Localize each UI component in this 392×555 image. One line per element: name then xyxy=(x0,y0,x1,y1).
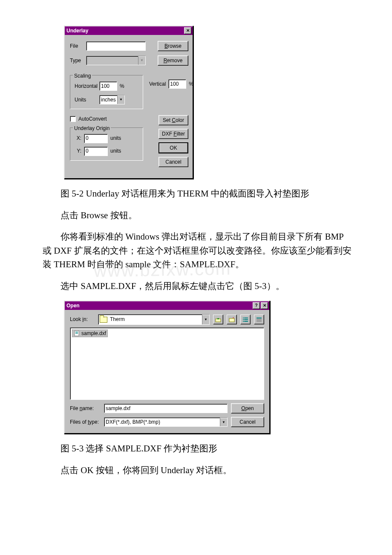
vertical-input[interactable]: 100 xyxy=(168,79,186,89)
svg-rect-9 xyxy=(257,318,262,318)
chevron-down-icon[interactable]: ▼ xyxy=(117,95,124,104)
origin-legend: Underlay Origin xyxy=(73,124,111,133)
instruction-click-browse: 点击 Browse 按钮。 xyxy=(43,208,354,223)
close-icon[interactable]: ✕ xyxy=(184,27,191,34)
type-label: Type xyxy=(70,57,83,65)
ok-button[interactable]: OK xyxy=(159,142,188,153)
dxf-filter-button[interactable]: DXF Filter xyxy=(159,129,188,139)
open-title: Open xyxy=(66,302,80,310)
open-titlebar: Open ? ✕ xyxy=(65,301,269,310)
open-dialog: Open ? ✕ Look in: Therm ▼ * xyxy=(64,301,270,434)
units-select[interactable]: inches ▼ xyxy=(99,95,125,104)
close-icon[interactable]: ✕ xyxy=(261,302,268,309)
remove-button[interactable]: Remove xyxy=(158,55,188,66)
browse-button[interactable]: Browse xyxy=(158,41,188,51)
underlay-dialog: Underlay ✕ File Browse Type ▼ xyxy=(64,26,193,179)
chevron-down-icon[interactable]: ▼ xyxy=(202,315,209,324)
file-type-select[interactable]: DXF(*.dxf), BMP(*.bmp) ▼ xyxy=(104,417,228,427)
svg-rect-12 xyxy=(257,321,262,321)
folder-icon xyxy=(100,317,107,323)
x-label: X: xyxy=(75,134,81,142)
cancel-button[interactable]: Cancel xyxy=(159,157,188,167)
new-folder-icon[interactable]: * xyxy=(227,315,237,324)
main-description: 你将看到标准的 Windows 弹出对话框，显示出了你目前目录下所有 BMP 或… xyxy=(43,230,354,272)
chevron-down-icon[interactable]: ▼ xyxy=(220,418,227,426)
svg-rect-13 xyxy=(257,321,262,322)
instruction-select-sample: 选中 SAMPLE.DXF，然后用鼠标左键点击它（图 5-3）。 xyxy=(43,279,354,293)
file-list-pane[interactable]: sample.dxf xyxy=(70,327,264,400)
svg-rect-7 xyxy=(243,321,244,322)
autoconvert-checkbox[interactable] xyxy=(70,116,76,122)
set-color-button[interactable]: Set Color xyxy=(159,115,188,125)
instruction-click-ok: 点击 OK 按钮，你将回到 Underlay 对话框。 xyxy=(43,463,354,477)
percent-label-2: % xyxy=(189,80,193,88)
x-input[interactable]: 0 xyxy=(84,134,108,143)
vertical-label: Vertical xyxy=(149,80,166,88)
svg-rect-15 xyxy=(75,332,78,332)
svg-rect-11 xyxy=(257,320,262,320)
underlay-titlebar: Underlay ✕ xyxy=(65,26,193,35)
file-name-input[interactable]: sample.dxf xyxy=(104,404,228,413)
svg-rect-5 xyxy=(243,319,244,320)
horizontal-input[interactable]: 100 xyxy=(99,81,117,91)
svg-rect-3 xyxy=(243,318,244,318)
help-icon[interactable]: ? xyxy=(253,302,260,309)
svg-rect-10 xyxy=(257,319,262,319)
look-in-select[interactable]: Therm ▼ xyxy=(98,314,210,325)
autoconvert-label: AutoConvert xyxy=(78,115,107,123)
svg-rect-16 xyxy=(75,332,78,333)
svg-rect-17 xyxy=(75,333,78,334)
svg-rect-8 xyxy=(244,321,248,322)
y-input[interactable]: 0 xyxy=(84,147,108,156)
list-view-icon[interactable] xyxy=(240,315,251,324)
file-type-label: Files of type: xyxy=(70,418,101,426)
file-name-label: File name: xyxy=(70,405,101,413)
look-in-label: Look in: xyxy=(70,315,95,324)
percent-label: % xyxy=(120,82,124,90)
figure-caption-1: 图 5-2 Underlay 对话框用来为 THERM 中的截面图导入衬垫图形 xyxy=(43,187,354,201)
file-label: File xyxy=(70,42,83,50)
svg-text:*: * xyxy=(233,317,234,320)
chevron-down-icon[interactable]: ▼ xyxy=(138,56,145,65)
y-units-label: units xyxy=(110,147,121,155)
open-button[interactable]: Open xyxy=(231,403,264,413)
svg-rect-0 xyxy=(216,319,221,322)
scaling-legend: Scaling xyxy=(73,72,92,80)
up-one-level-icon[interactable] xyxy=(213,315,223,324)
svg-rect-6 xyxy=(244,319,248,320)
units-label: Units xyxy=(75,96,97,104)
file-item-sample[interactable]: sample.dxf xyxy=(72,330,108,337)
file-input[interactable] xyxy=(86,41,146,51)
file-icon xyxy=(74,330,80,336)
svg-rect-4 xyxy=(244,318,248,318)
horizontal-label: Horizontal xyxy=(75,82,97,90)
file-item-label: sample.dxf xyxy=(81,330,106,338)
figure-caption-2: 图 5-3 选择 SAMPLE.DXF 作为衬垫图形 xyxy=(43,442,354,456)
underlay-title: Underlay xyxy=(66,27,88,35)
x-units-label: units xyxy=(110,134,121,142)
type-select[interactable]: ▼ xyxy=(86,56,146,65)
details-view-icon[interactable] xyxy=(254,315,264,324)
y-label: Y: xyxy=(75,147,81,155)
open-cancel-button[interactable]: Cancel xyxy=(231,417,264,427)
